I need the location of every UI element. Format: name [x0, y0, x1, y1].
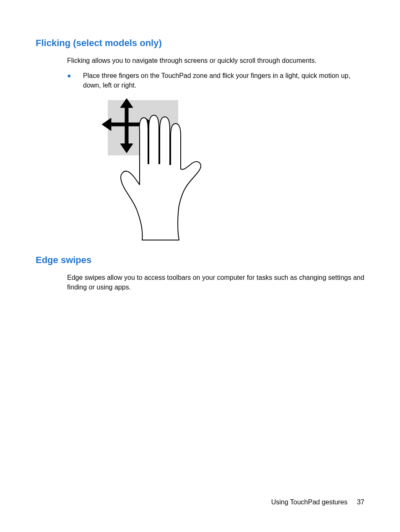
document-page: Flicking (select models only) Flicking a…	[0, 0, 400, 532]
gesture-illustration-flicking	[102, 97, 364, 243]
page-footer: Using TouchPad gestures 37	[271, 498, 364, 506]
section-intro: Flicking allows you to navigate through …	[67, 56, 364, 65]
section-heading-flicking: Flicking (select models only)	[36, 38, 364, 49]
section-heading-edge-swipes: Edge swipes	[36, 255, 364, 266]
bullet-icon: ●	[67, 71, 83, 90]
bullet-text: Place three fingers on the TouchPad zone…	[83, 71, 364, 90]
footer-page-number: 37	[357, 498, 364, 506]
bullet-item: ● Place three fingers on the TouchPad zo…	[67, 71, 364, 90]
svg-marker-5	[102, 118, 111, 131]
footer-title: Using TouchPad gestures	[271, 498, 348, 506]
section-intro: Edge swipes allow you to access toolbars…	[67, 273, 364, 292]
